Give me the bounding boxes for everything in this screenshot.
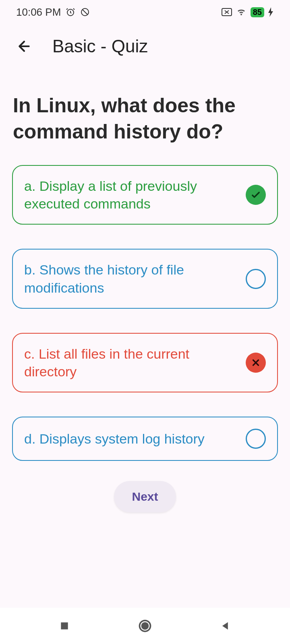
alarm-icon [66, 7, 75, 17]
options-list: a. Display a list of previously executed… [0, 165, 290, 461]
nav-recent-button[interactable] [56, 618, 72, 634]
option-a[interactable]: a. Display a list of previously executed… [12, 165, 278, 225]
status-bar: 10:06 PM 85 [0, 0, 290, 24]
option-d[interactable]: d. Displays system log history [12, 417, 278, 461]
app-header: Basic - Quiz [0, 24, 290, 68]
next-button[interactable]: Next [114, 481, 176, 512]
battery-indicator: 85 [251, 7, 264, 17]
status-time: 10:06 PM [16, 6, 61, 19]
option-label: c. List all files in the current directo… [24, 345, 239, 380]
radio-empty-icon [246, 269, 266, 289]
option-c[interactable]: c. List all files in the current directo… [12, 333, 278, 392]
option-b[interactable]: b. Shows the history of file modificatio… [12, 249, 278, 308]
option-label: d. Displays system log history [24, 430, 239, 448]
svg-rect-3 [61, 622, 68, 629]
cast-icon [222, 8, 232, 16]
quiz-question: In Linux, what does the command history … [0, 68, 290, 165]
radio-empty-icon [246, 429, 266, 449]
page-title: Basic - Quiz [52, 36, 148, 56]
option-label: a. Display a list of previously executed… [24, 177, 239, 213]
nav-back-button[interactable] [218, 618, 234, 634]
wifi-icon [236, 8, 246, 16]
nav-home-button[interactable] [137, 618, 153, 634]
option-label: b. Shows the history of file modificatio… [24, 261, 239, 296]
system-nav-bar [0, 608, 290, 644]
charging-icon [268, 7, 274, 17]
cross-icon [246, 353, 266, 373]
back-button[interactable] [16, 38, 32, 54]
check-icon [246, 185, 266, 205]
svg-point-5 [142, 623, 148, 629]
dnd-icon [80, 7, 90, 17]
